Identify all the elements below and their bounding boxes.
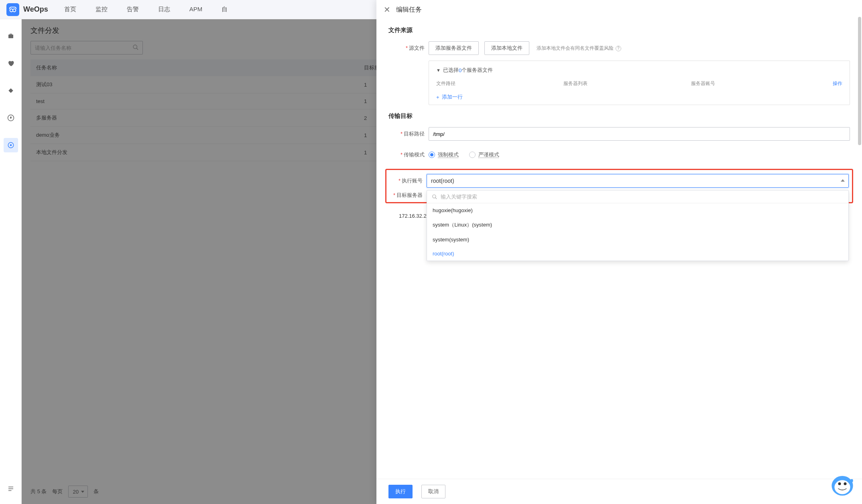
nav-more[interactable]: 自 — [222, 6, 228, 13]
nav-alarm[interactable]: 告警 — [127, 6, 139, 13]
svg-point-4 — [10, 144, 12, 146]
target-path-input[interactable] — [429, 127, 850, 141]
add-server-file-button[interactable]: 添加服务器文件 — [429, 41, 479, 55]
drawer-title: 编辑任务 — [396, 6, 422, 14]
brand-icon — [6, 3, 19, 16]
section-source: 文件来源 — [388, 26, 850, 34]
mode-strict-radio[interactable]: 严谨模式 — [469, 151, 499, 158]
sidebar-item-3[interactable] — [4, 83, 18, 98]
compass-icon — [7, 114, 14, 121]
chevron-up-icon — [841, 179, 845, 182]
briefcase-icon — [7, 32, 14, 40]
section-target: 传输目标 — [388, 112, 850, 120]
sidebar-collapse[interactable] — [4, 482, 18, 496]
svg-point-8 — [834, 480, 850, 494]
account-option[interactable]: hugoxie(hugoxie) — [427, 203, 848, 217]
svg-point-6 — [433, 194, 436, 198]
collapse-icon — [7, 485, 14, 492]
svg-point-1 — [13, 9, 16, 12]
close-icon[interactable]: ✕ — [384, 5, 390, 14]
cancel-button[interactable]: 取消 — [421, 485, 445, 498]
mascot-icon[interactable] — [828, 470, 856, 498]
account-select[interactable]: root(root) — [427, 174, 849, 188]
sidebar-item-2[interactable] — [4, 56, 18, 71]
svg-point-0 — [10, 9, 13, 12]
plus-icon: + — [436, 94, 439, 100]
nav-log[interactable]: 日志 — [158, 6, 170, 13]
selected-header[interactable]: ▼ 已选择 0 个服务器文件 — [436, 67, 842, 74]
overwrite-hint: 添加本地文件会有同名文件覆盖风险 ? — [537, 45, 621, 52]
sidebar-item-4[interactable] — [4, 111, 18, 125]
selected-panel: ▼ 已选择 0 个服务器文件 文件路径 服务器列表 服务器账号 操作 + 添加一… — [429, 61, 850, 105]
scrollbar[interactable] — [858, 17, 861, 145]
chevron-down-icon: ▼ — [436, 68, 441, 73]
target-icon — [7, 142, 14, 149]
svg-point-10 — [844, 482, 847, 485]
account-option[interactable]: system(system) — [427, 233, 848, 247]
svg-point-9 — [838, 482, 841, 485]
search-icon — [432, 194, 437, 200]
nav-home[interactable]: 首页 — [64, 6, 76, 13]
account-option-selected[interactable]: root(root) — [427, 247, 848, 261]
sidebar-item-1[interactable] — [4, 29, 18, 43]
highlighted-region: *执行账号 root(root) hugoxie(hugoxie) — [385, 169, 853, 203]
add-local-file-button[interactable]: 添加本地文件 — [484, 41, 529, 55]
heart-icon — [7, 60, 14, 67]
help-icon[interactable]: ? — [616, 46, 621, 51]
account-option[interactable]: system（Linux）(system) — [427, 217, 848, 233]
sidebar-item-5[interactable] — [4, 138, 18, 152]
nav-monitor[interactable]: 监控 — [96, 6, 108, 13]
nav-apm[interactable]: APM — [189, 6, 203, 13]
brand: WeOps — [6, 3, 48, 16]
radio-checked-icon — [429, 152, 435, 158]
nav-items: 首页 监控 告警 日志 APM 自 — [64, 6, 228, 13]
drawer: ✕ 编辑任务 文件来源 *源文件 添加服务器文件 添加本地文件 添加本地文件会有… — [376, 0, 862, 504]
brand-text: WeOps — [23, 5, 48, 14]
radio-unchecked-icon — [469, 152, 476, 158]
execute-button[interactable]: 执行 — [388, 485, 413, 498]
add-row-link[interactable]: + 添加一行 — [436, 93, 463, 101]
mode-force-radio[interactable]: 强制模式 — [429, 151, 459, 158]
diamond-icon — [8, 88, 14, 93]
account-dropdown: hugoxie(hugoxie) system（Linux）(system) s… — [427, 190, 849, 261]
account-search-input[interactable] — [441, 194, 844, 200]
sidebar — [0, 19, 22, 504]
